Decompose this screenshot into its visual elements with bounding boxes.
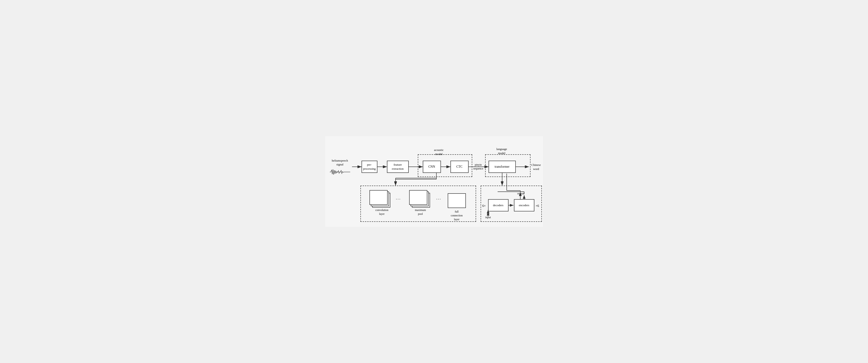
six-left-label: 6×: [483, 204, 486, 208]
pinyin-sequence-label: pinyinsequence: [469, 163, 488, 171]
full-connection-box: [448, 193, 466, 208]
decoders-box: decoders: [488, 199, 508, 211]
convolution-layer-label: convolutionlayer: [369, 208, 395, 216]
dots-2: ···: [436, 197, 442, 202]
language-model-label: languagemodel: [496, 147, 507, 155]
chinese-word-label: Chineseword: [529, 163, 543, 171]
acoustic-model-label: acousticmodel: [434, 148, 444, 156]
ctc-box: CTC: [451, 161, 469, 173]
six-right-label: ×6: [536, 204, 539, 208]
full-connection-label: fullconnectionlayer: [444, 210, 469, 221]
dots-1: ···: [396, 197, 401, 202]
transformer-box: transformer: [489, 161, 516, 173]
maximum-pool-label: maximumpool: [410, 208, 431, 216]
feature-extraction-box: featureextraction: [387, 161, 409, 173]
preprocessing-box: pre-processing: [362, 161, 377, 173]
output-label: output: [517, 192, 524, 196]
signal-waveform: heliumspeechsignal: [328, 159, 352, 176]
encoders-box: encoders: [514, 199, 534, 211]
cnn-box: CNN: [423, 161, 441, 173]
input-label: input: [485, 216, 491, 219]
diagram-container: heliumspeechsignal pre-processing featur…: [325, 136, 543, 227]
signal-label: heliumspeechsignal: [328, 159, 352, 167]
